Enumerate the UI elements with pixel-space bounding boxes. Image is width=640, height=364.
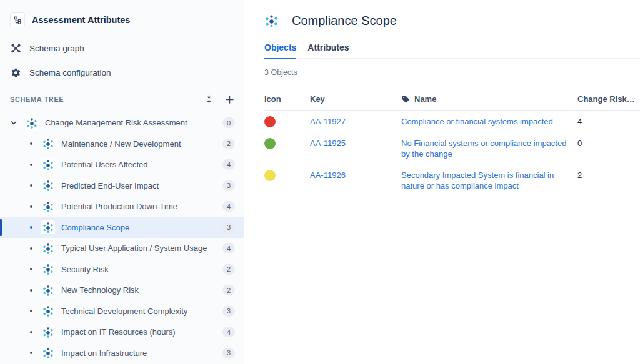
tree-item[interactable]: Technical Development Complexity 3 bbox=[0, 301, 244, 322]
sidebar-item-schema-configuration[interactable]: Schema configuration bbox=[0, 61, 244, 85]
object-status-icon bbox=[264, 116, 276, 127]
object-type-icon bbox=[41, 346, 55, 360]
chevron-down-icon[interactable] bbox=[10, 119, 19, 127]
tree-item-label: Typical User Application / System Usage bbox=[61, 243, 207, 253]
object-type-icon bbox=[41, 283, 55, 297]
tree-item-count-badge: 2 bbox=[222, 264, 235, 275]
object-name-link[interactable]: No Financial systems or compliance impac… bbox=[401, 139, 566, 159]
sidebar-header: Assessment Attributes bbox=[0, 0, 244, 36]
graph-icon bbox=[10, 43, 21, 54]
schema-tree-icon bbox=[10, 12, 25, 27]
sidebar-item-label: Schema graph bbox=[29, 44, 84, 53]
object-type-icon bbox=[41, 325, 55, 339]
tree-item-count-badge: 3 bbox=[222, 180, 235, 191]
objects-table: Icon Key Name Ch bbox=[264, 91, 640, 196]
object-status-icon bbox=[264, 170, 276, 181]
sidebar: Assessment Attributes bbox=[0, 0, 244, 364]
tree-item[interactable]: Potential Production Down-Time 4 bbox=[0, 196, 244, 217]
bullet-dot bbox=[30, 352, 32, 354]
tree-item[interactable]: Impact on IT Resources (hours) 4 bbox=[0, 322, 244, 343]
sidebar-item-schema-graph[interactable]: Schema graph bbox=[0, 36, 244, 61]
tree-item[interactable]: Impact on Infrastructure 3 bbox=[0, 343, 244, 364]
tree-item-count-badge: 4 bbox=[222, 201, 235, 212]
column-header-change-risk[interactable]: Change Risk Poi... bbox=[578, 91, 640, 111]
schema-tree-label: SCHEMA TREE bbox=[10, 96, 64, 103]
main-panel: Compliance Scope Objects Attributes 3 Ob… bbox=[244, 0, 640, 364]
object-type-icon bbox=[41, 200, 55, 214]
tree-item-count-badge: 4 bbox=[222, 159, 235, 170]
tree-item[interactable]: Potential Users Affected 4 bbox=[0, 154, 244, 175]
tree-item-count-badge: 4 bbox=[222, 327, 235, 337]
tree-item-label: Predicted End-User Impact bbox=[61, 181, 159, 190]
bullet-dot bbox=[30, 164, 32, 166]
tree-item-count-badge: 3 bbox=[222, 222, 235, 233]
tree-item-label: New Technology Risk bbox=[61, 285, 139, 295]
tree-item[interactable]: Compliance Scope 3 bbox=[0, 217, 244, 239]
tree-item-count-badge: 3 bbox=[222, 306, 235, 317]
table-row[interactable]: AA-11927 Compliance or financial systems… bbox=[264, 111, 640, 133]
object-type-icon bbox=[41, 220, 55, 234]
change-risk-value: 2 bbox=[578, 164, 640, 196]
bullet-dot bbox=[30, 268, 32, 270]
object-type-icon bbox=[41, 304, 55, 318]
collapse-all-button[interactable] bbox=[203, 94, 214, 105]
tree-item-count-badge: 3 bbox=[222, 348, 235, 358]
tree-item[interactable]: Change Management Risk Assessment 0 bbox=[0, 112, 244, 134]
bullet-dot bbox=[30, 184, 32, 187]
object-key-link[interactable]: AA-11927 bbox=[310, 117, 346, 126]
object-type-icon bbox=[41, 179, 55, 192]
tree-item[interactable]: Predicted End-User Impact 3 bbox=[0, 175, 244, 197]
object-key-link[interactable]: AA-11926 bbox=[310, 170, 346, 180]
tab-bar: Objects Attributes bbox=[264, 42, 640, 59]
page-title: Compliance Scope bbox=[292, 14, 397, 28]
table-header-row: Icon Key Name Ch bbox=[264, 91, 640, 111]
tree-item-label: Impact on Infrastructure bbox=[61, 348, 147, 358]
bullet-dot bbox=[30, 226, 32, 229]
column-header-icon[interactable]: Icon bbox=[264, 91, 310, 111]
sidebar-item-label: Schema configuration bbox=[29, 68, 111, 77]
app-window: Assessment Attributes bbox=[0, 0, 640, 364]
object-status-icon bbox=[264, 138, 276, 149]
bullet-dot bbox=[30, 247, 32, 250]
bullet-dot bbox=[30, 310, 32, 312]
object-type-icon bbox=[25, 116, 39, 130]
tree-item-label: Security Risk bbox=[61, 265, 109, 274]
bullet-dot bbox=[30, 331, 32, 333]
object-type-icon bbox=[41, 262, 55, 276]
object-name-link[interactable]: Compliance or financial systems impacted bbox=[401, 117, 553, 126]
column-header-name[interactable]: Name bbox=[401, 91, 578, 111]
objects-table-body: AA-11927 Compliance or financial systems… bbox=[264, 111, 640, 197]
change-risk-value: 0 bbox=[578, 132, 640, 164]
tree-item[interactable]: Typical User Application / System Usage … bbox=[0, 238, 244, 259]
table-row[interactable]: AA-11926 Secondary Impacted System is fi… bbox=[264, 164, 640, 196]
tree-item-label: Change Management Risk Assessment bbox=[45, 118, 188, 127]
column-header-key[interactable]: Key bbox=[310, 91, 401, 111]
tag-icon bbox=[401, 95, 410, 104]
tree-item[interactable]: Maintenance / New Development 2 bbox=[0, 134, 244, 155]
object-key-link[interactable]: AA-11925 bbox=[310, 139, 346, 148]
tree-item-count-badge: 2 bbox=[222, 285, 235, 295]
change-risk-value: 4 bbox=[578, 111, 640, 133]
object-type-icon bbox=[264, 14, 278, 27]
add-object-type-button[interactable] bbox=[224, 94, 235, 105]
tree-item-label: Maintenance / New Development bbox=[61, 139, 181, 149]
object-type-icon bbox=[41, 242, 55, 255]
tree-item-label: Compliance Scope bbox=[61, 223, 129, 232]
tab-attributes[interactable]: Attributes bbox=[308, 42, 349, 58]
tree-item[interactable]: Security Risk 2 bbox=[0, 259, 244, 280]
tree-item-label: Potential Users Affected bbox=[61, 160, 148, 169]
tree-item-count-badge: 4 bbox=[222, 243, 235, 253]
sidebar-nav: Schema graph Schema configuration bbox=[0, 36, 244, 85]
page-header: Compliance Scope bbox=[264, 12, 640, 29]
schema-tree: Change Management Risk Assessment 0 Main… bbox=[0, 112, 244, 363]
object-name-link[interactable]: Secondary Impacted System is financial i… bbox=[401, 170, 554, 190]
tree-item-count-badge: 2 bbox=[222, 139, 235, 149]
table-row[interactable]: AA-11925 No Financial systems or complia… bbox=[264, 132, 640, 164]
tree-item[interactable]: New Technology Risk 2 bbox=[0, 280, 244, 301]
object-type-icon bbox=[41, 158, 55, 172]
tab-objects[interactable]: Objects bbox=[264, 42, 296, 59]
bullet-dot bbox=[30, 289, 32, 292]
app-title: Assessment Attributes bbox=[32, 15, 130, 25]
bullet-dot bbox=[30, 205, 32, 208]
object-count: 3 Objects bbox=[264, 68, 640, 77]
